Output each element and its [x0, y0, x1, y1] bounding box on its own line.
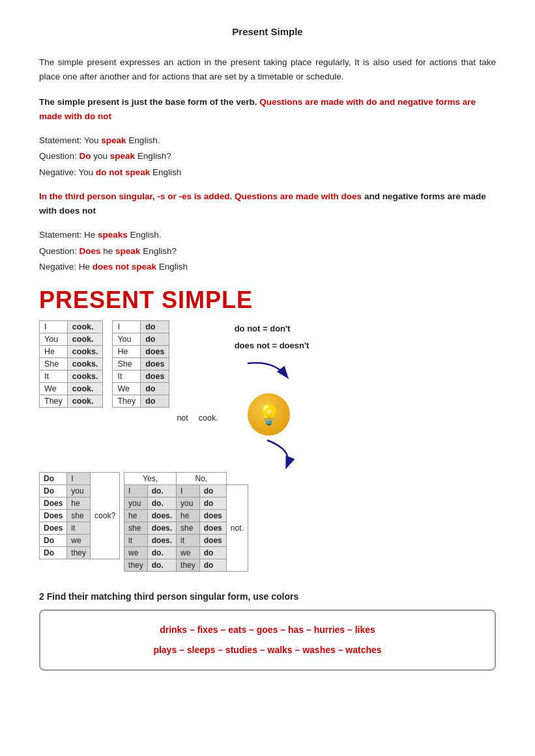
table-row: You cook. [40, 333, 103, 346]
yes-no-header: Yes, No, [124, 473, 248, 485]
table-row: I do. I do not. [124, 485, 248, 497]
right-side: do not = don't does not = doesn't 💡 [235, 320, 310, 469]
table-row: They cook. [40, 395, 103, 408]
yes-no-table: Yes, No, I do. I do not. you do. you do … [124, 472, 248, 572]
example1-negative: Negative: You do not speak English [39, 165, 496, 180]
rule2-does: Questions are made with does [235, 191, 362, 201]
table-row: We do [113, 383, 169, 395]
word-box: drinks – fixes – eats – goes – has – hur… [39, 609, 496, 671]
cook-cell: cook. [195, 368, 222, 423]
rule2-red: In the third person singular, -s or -es … [39, 191, 235, 201]
arrow-icon [241, 357, 293, 389]
rule1-bold: The simple present is just the base form… [39, 97, 257, 107]
example1-question: Question: Do you speak English? [39, 148, 496, 164]
table-row: It does [113, 371, 169, 383]
arrow2-icon [261, 437, 300, 469]
examples2: Statement: He speaks English. Question: … [39, 227, 496, 275]
abbrev-dont: do not = don't [235, 320, 310, 337]
rule1-block: The simple present is just the base form… [39, 95, 496, 124]
section2-title: 2 Find their matching third person singu… [39, 591, 496, 602]
bottom-tables: Do I cook? Do you Does he Does she Does … [39, 472, 496, 572]
table-row: You do [113, 333, 169, 346]
statement-table: I cook. You cook. He cooks. She cooks. I… [39, 320, 103, 408]
table-row: Do I cook? [40, 473, 120, 485]
table-row: It cooks. [40, 371, 103, 383]
not-label: not. [226, 485, 248, 572]
example1-statement: Statement: You speak English. [39, 133, 496, 148]
table-row: She does [113, 358, 169, 371]
example2-question: Question: Does he speak English? [39, 244, 496, 259]
negative-table: I do You do He does She does It does We … [112, 320, 169, 408]
inline-tables-row: I cook. You cook. He cooks. She cooks. I… [39, 320, 496, 469]
table-row: She cooks. [40, 358, 103, 371]
example2-negative: Negative: He does not speak English [39, 259, 496, 275]
question-table: Do I cook? Do you Does he Does she Does … [39, 472, 120, 559]
not-cell: not [173, 368, 191, 423]
table-row: I cook. [40, 321, 103, 333]
page-title: Present Simple [39, 26, 496, 37]
word-list-line2: plays – sleeps – studies – walks – washe… [53, 640, 482, 660]
tables-wrapper: I cook. You cook. He cooks. She cooks. I… [39, 320, 496, 572]
big-title: PRESENT SIMPLE [39, 287, 496, 314]
examples1: Statement: You speak English. Question: … [39, 133, 496, 180]
bulb-icon: 💡 [248, 393, 290, 436]
table-row: He does [113, 346, 169, 358]
table-row: They do [113, 395, 169, 408]
abbrev-doesnt: does not = doesn't [235, 337, 310, 354]
table-row: We cook. [40, 383, 103, 395]
table-row: I do [113, 321, 169, 333]
rule2-block: In the third person singular, -s or -es … [39, 189, 496, 219]
table-row: He cooks. [40, 346, 103, 358]
word-list-line1: drinks – fixes – eats – goes – has – hur… [53, 620, 482, 640]
example2-statement: Statement: He speaks English. [39, 227, 496, 243]
intro-paragraph: The simple present expresses an action i… [39, 55, 496, 85]
